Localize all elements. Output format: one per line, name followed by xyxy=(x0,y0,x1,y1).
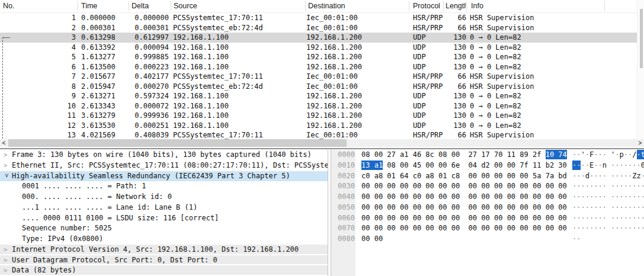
selected-bytes[interactable]: 13 a1 xyxy=(361,161,383,170)
hex-bytes[interactable]: 00 00 00 00 00 00 00 00 00 00 00 00 00 0… xyxy=(361,223,567,234)
detail-row[interactable]: >Frame 3: 130 bytes on wire (1040 bits),… xyxy=(0,150,328,161)
ascii-bytes[interactable]: ········ ········ xyxy=(572,213,644,224)
column-divider[interactable] xyxy=(129,1,129,11)
packet-cell-no: 2 xyxy=(0,23,76,33)
packet-row[interactable]: 40.6133920.000094192.168.1.100192.168.1.… xyxy=(0,43,644,53)
packet-row[interactable]: 134.0215690.408039PCSSystemtec_17:70:11I… xyxy=(0,130,644,139)
detail-text: Type: IPv4 (0x0800) xyxy=(0,234,103,245)
detail-row[interactable]: Sequence number: 5025 xyxy=(0,223,328,234)
detail-row[interactable]: 000. .... .... .... = Network id: 0 xyxy=(0,192,328,203)
horizontal-scrollbar[interactable]: < > xyxy=(0,139,644,147)
column-header-protocol[interactable]: Protocol xyxy=(413,2,440,10)
hex-row[interactable]: 004000 00 00 00 00 00 00 00 00 00 00 00 … xyxy=(331,192,644,203)
hex-bytes[interactable]: 13 a1 08 00 45 00 00 6e 04 d2 00 00 7f 1… xyxy=(361,161,567,171)
nonprintable-dot: · xyxy=(624,161,628,169)
column-divider[interactable] xyxy=(443,1,444,11)
column-header-time[interactable]: Time xyxy=(81,2,97,10)
horizontal-scrollbar-thumb[interactable] xyxy=(8,139,347,147)
packet-row[interactable]: 72.0156770.402177PCSSystemtec_17:70:11Ie… xyxy=(0,72,644,82)
packet-row[interactable]: 123.6135300.000251192.168.1.100192.168.1… xyxy=(0,121,644,131)
hex-bytes[interactable]: c0 a8 01 64 c0 a8 01 c8 00 00 00 00 00 5… xyxy=(361,171,567,182)
column-header-no[interactable]: No. xyxy=(3,2,14,10)
selected-bytes[interactable]: 10 74 xyxy=(546,150,567,159)
detail-row[interactable]: >Ethernet II, Src: PCSSystemtec_17:70:11… xyxy=(0,161,328,171)
column-divider[interactable] xyxy=(305,1,306,11)
column-divider[interactable] xyxy=(604,1,605,11)
nonprintable-dot: · xyxy=(581,203,585,211)
hex-row[interactable]: 000008 00 27 a1 46 8c 08 00 27 17 70 11 … xyxy=(331,150,644,161)
detail-row[interactable]: >High-availability Seamless Redundancy (… xyxy=(0,171,328,182)
packet-row[interactable]: 82.0159470.000270PCSSystemtec_eb:72:4dIe… xyxy=(0,82,644,92)
ascii-bytes[interactable]: ·· xyxy=(572,234,581,245)
detail-row[interactable]: >Internet Protocol Version 4, Src: 192.1… xyxy=(0,245,328,255)
detail-row[interactable]: >Data (82 bytes) xyxy=(0,265,328,276)
column-header-length[interactable]: Length xyxy=(446,2,466,10)
hex-row[interactable]: 0020c0 a8 01 64 c0 a8 01 c8 00 00 00 00 … xyxy=(331,171,644,182)
ascii-bytes[interactable]: ········ ········ xyxy=(572,223,644,234)
hex-bytes[interactable]: 00 00 xyxy=(361,234,383,245)
packet-row[interactable]: 102.6133430.000072192.168.1.100192.168.1… xyxy=(0,101,644,111)
hex-row[interactable]: 001013 a1 08 00 45 00 00 6e 04 d2 00 00 … xyxy=(331,161,644,171)
nonprintable-dot: · xyxy=(641,192,644,201)
packet-cell-no: 12 xyxy=(0,121,76,131)
expand-chevron-icon[interactable]: > xyxy=(4,161,9,171)
expand-chevron-icon[interactable]: > xyxy=(4,245,9,255)
packet-cell-proto: HSR/PRP xyxy=(413,82,444,92)
column-header-destination[interactable]: Destination xyxy=(308,2,345,10)
column-divider[interactable] xyxy=(171,1,171,11)
ascii-bytes[interactable]: ········ ········ xyxy=(572,181,644,192)
expand-chevron-icon[interactable]: > xyxy=(4,255,9,266)
detail-row[interactable]: .... 0000 0111 0100 = LSDU size: 116 [co… xyxy=(0,213,328,224)
hex-bytes[interactable]: 00 00 00 00 00 00 00 00 00 00 00 00 00 0… xyxy=(361,181,567,192)
scroll-right-icon[interactable]: > xyxy=(636,139,644,147)
packet-row[interactable]: 30.6132980.612997192.168.1.100192.168.1.… xyxy=(0,33,644,43)
hex-bytes[interactable]: 00 00 00 00 00 00 00 00 00 00 00 00 00 0… xyxy=(361,192,567,203)
collapse-chevron-icon[interactable]: > xyxy=(1,173,12,179)
detail-row[interactable]: >User Datagram Protocol, Src Port: 0, Ds… xyxy=(0,255,328,266)
hex-row[interactable]: 005000 00 00 00 00 00 00 00 00 00 00 00 … xyxy=(331,203,644,213)
detail-row[interactable]: 0001 .... .... .... = Path: 1 xyxy=(0,181,328,192)
column-divider[interactable] xyxy=(78,1,78,11)
packet-row[interactable]: 20.0003010.000301PCSSystemtec_eb:72:4dIe… xyxy=(0,23,644,33)
column-divider[interactable] xyxy=(466,1,467,11)
ascii-bytes[interactable]: ···d···· ·····Zz· xyxy=(572,171,644,182)
packet-row[interactable]: 51.6132770.999885192.168.1.100192.168.1.… xyxy=(0,52,644,62)
column-divider[interactable] xyxy=(409,1,409,11)
vertical-scrollbar[interactable] xyxy=(637,0,644,139)
packet-row[interactable]: 113.6132790.999936192.168.1.100192.168.1… xyxy=(0,111,644,121)
hex-offset: 0060 xyxy=(331,213,355,224)
packet-row[interactable]: 10.0000000.000000PCSSystemtec_17:70:11Ie… xyxy=(0,13,644,23)
hex-bytes[interactable]: 00 00 00 00 00 00 00 00 00 00 00 00 00 0… xyxy=(361,203,567,213)
expand-chevron-icon[interactable]: > xyxy=(4,265,9,276)
selected-ascii[interactable]: ·· xyxy=(572,161,581,170)
detail-text: Ethernet II, Src: PCSSystemtec_17:70:11 … xyxy=(0,161,328,171)
ascii-bytes[interactable]: ··'·F··· '·p··/·t xyxy=(572,150,644,161)
pane-splitter[interactable] xyxy=(0,148,644,149)
ascii-bytes[interactable]: ········ ········ xyxy=(572,192,644,203)
nonprintable-dot: · xyxy=(598,161,602,169)
ascii-bytes[interactable]: ········ ········ xyxy=(572,203,644,213)
nonprintable-dot: · xyxy=(620,172,624,180)
detail-text: High-availability Seamless Redundancy (I… xyxy=(0,171,290,182)
nonprintable-dot: · xyxy=(581,224,585,232)
ascii-bytes[interactable]: ····E··n ·······0 xyxy=(572,161,644,171)
column-header-delta[interactable]: Delta xyxy=(132,2,149,10)
hex-row[interactable]: 006000 00 00 00 00 00 00 00 00 00 00 00 … xyxy=(331,213,644,224)
vertical-scrollbar-thumb[interactable] xyxy=(640,9,643,68)
hex-bytes[interactable]: 00 00 00 00 00 00 00 00 00 00 00 00 00 0… xyxy=(361,213,567,224)
column-header-info[interactable]: Info xyxy=(471,2,483,10)
hex-bytes[interactable]: 08 00 27 a1 46 8c 08 00 27 17 70 11 89 2… xyxy=(361,150,567,161)
packet-row[interactable]: 61.6135000.000223192.168.1.100192.168.1.… xyxy=(0,62,644,72)
hex-row[interactable]: 003000 00 00 00 00 00 00 00 00 00 00 00 … xyxy=(331,181,644,192)
detail-row[interactable]: ...1 .... .... .... = Lane id: Lane B (1… xyxy=(0,203,328,213)
expand-chevron-icon[interactable]: > xyxy=(4,150,9,161)
related-packet-corner-mark xyxy=(2,37,10,38)
packet-cell-proto: HSR/PRP xyxy=(413,23,444,33)
hex-row[interactable]: 007000 00 00 00 00 00 00 00 00 00 00 00 … xyxy=(331,223,644,234)
scroll-left-icon[interactable]: < xyxy=(0,139,8,147)
detail-row[interactable]: Type: IPv4 (0x0800) xyxy=(0,234,328,245)
selected-ascii[interactable]: ·t xyxy=(637,150,644,159)
hex-row[interactable]: 008000 00·· xyxy=(331,234,644,245)
column-header-source[interactable]: Source xyxy=(174,2,197,10)
packet-row[interactable]: 92.6132710.597324192.168.1.100192.168.1.… xyxy=(0,91,644,101)
